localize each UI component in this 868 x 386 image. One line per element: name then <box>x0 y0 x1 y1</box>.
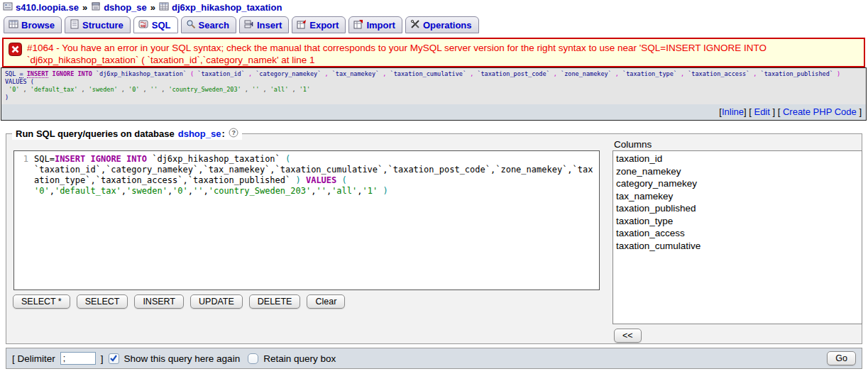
sql-token: 'country_Sweden_203' <box>209 186 312 196</box>
editor-line-number: 1 <box>14 154 28 164</box>
sql-token: 'default_tax' <box>55 186 121 196</box>
delimiter-label: [ Delimiter <box>12 353 55 364</box>
column-option[interactable]: taxation_id <box>613 153 862 165</box>
search-icon <box>186 19 196 31</box>
help-icon[interactable]: ? <box>229 128 238 140</box>
select-star-button[interactable]: SELECT * <box>13 294 70 309</box>
fieldset-legend: Run SQL query/queries on database dshop_… <box>12 128 242 140</box>
sql-token: 'sweden' <box>126 186 167 196</box>
sql-token <box>347 175 352 185</box>
column-option[interactable]: tax_namekey <box>613 190 862 203</box>
sql-preview-line: ) <box>5 94 862 101</box>
sql-token: ( <box>342 175 347 185</box>
sql-token: , <box>50 186 55 196</box>
error-icon <box>9 43 22 59</box>
sql-token: , <box>357 186 362 196</box>
select-button[interactable]: SELECT <box>77 294 128 309</box>
table-icon <box>159 1 169 13</box>
breadcrumb-separator: » <box>150 2 156 13</box>
sql-editor[interactable]: 1 SQL=INSERT IGNORE INTO `dj6xp_hikashop… <box>13 150 600 290</box>
sql-preview-line: '0' , 'default_tax' , 'sweden' , '0' , '… <box>5 86 862 94</box>
legend-colon: : <box>221 128 224 139</box>
tab-label: Structure <box>82 20 123 31</box>
structure-icon <box>70 19 79 31</box>
sql-token: '0' <box>34 186 50 196</box>
bracket: ] <box>857 106 862 117</box>
export-icon <box>297 19 307 31</box>
column-option[interactable]: category_namekey <box>613 177 862 190</box>
columns-listbox[interactable]: taxation_idzone_namekeycategory_namekeyt… <box>612 150 862 324</box>
sql-token: '' <box>316 186 326 196</box>
create-php-code-link[interactable]: Create PHP Code <box>783 106 857 117</box>
sql-preview-line: VALUES ( <box>5 78 862 86</box>
import-icon <box>353 19 363 31</box>
tab-structure[interactable]: Structure <box>65 16 131 33</box>
tab-sql[interactable]: sql SQL <box>133 16 178 33</box>
edit-link[interactable]: Edit <box>754 106 769 117</box>
sql-token: ) <box>383 186 388 196</box>
sql-token: 'all' <box>331 186 357 196</box>
bracket: ] [ <box>770 106 783 117</box>
tab-export[interactable]: Export <box>292 16 346 33</box>
column-option[interactable]: zone_namekey <box>613 165 862 178</box>
svg-text:sql: sql <box>141 23 146 28</box>
database-link[interactable]: dshop_se <box>178 128 221 139</box>
column-option[interactable]: taxation_published <box>613 202 862 215</box>
update-button[interactable]: UPDATE <box>190 294 243 309</box>
tab-search[interactable]: Search <box>181 16 236 33</box>
error-banner: #1064 - You have an error in your SQL sy… <box>2 38 865 67</box>
tab-label: Browse <box>21 20 55 31</box>
delete-button[interactable]: DELETE <box>249 294 301 309</box>
tab-insert[interactable]: Insert <box>239 16 289 33</box>
tab-label: Search <box>199 20 229 31</box>
sql-token <box>290 154 295 164</box>
insert-button[interactable]: INSERT <box>134 294 184 309</box>
query-footer: [ Delimiter ] Show this query here again… <box>6 348 862 369</box>
insert-column-button[interactable]: << <box>614 329 642 343</box>
retain-query-checkbox[interactable] <box>248 353 258 364</box>
sql-token: ) <box>295 175 300 185</box>
breadcrumb-database-link[interactable]: dshop_se <box>104 2 147 13</box>
sql-token: , <box>203 186 208 196</box>
sql-icon: sql <box>138 19 149 31</box>
insert-icon <box>244 19 254 31</box>
tab-label: Export <box>309 20 339 31</box>
clear-button[interactable]: Clear <box>307 294 345 309</box>
bracket: ] [ <box>744 106 754 117</box>
breadcrumb: s410.loopia.se » dshop_se » dj6xp_hikash… <box>3 1 282 13</box>
tab-import[interactable]: Import <box>348 16 402 33</box>
sql-token: , <box>121 186 126 196</box>
sql-token <box>336 175 341 185</box>
column-option[interactable]: taxation_cumulative <box>613 240 862 253</box>
svg-text:?: ? <box>231 129 236 136</box>
tab-label: Import <box>366 20 395 31</box>
breadcrumb-table-link[interactable]: dj6xp_hikashop_taxation <box>172 2 282 13</box>
tab-operations[interactable]: Operations <box>405 16 479 33</box>
operations-icon <box>410 19 420 31</box>
tab-label: Insert <box>257 20 282 31</box>
column-option[interactable]: taxation_type <box>613 215 862 228</box>
sql-token: '0' <box>172 186 188 196</box>
delimiter-input[interactable] <box>60 352 96 365</box>
sql-result-block: SQL = INSERT IGNORE INTO `dj6xp_hikashop… <box>1 67 867 121</box>
browse-icon <box>9 19 18 31</box>
inline-link[interactable]: Inline <box>722 106 744 117</box>
run-sql-fieldset: Run SQL query/queries on database dshop_… <box>6 133 862 344</box>
tab-browse[interactable]: Browse <box>4 16 62 33</box>
column-option[interactable]: taxation_access <box>613 227 862 240</box>
breadcrumb-separator: » <box>82 2 88 13</box>
sql-token: VALUES <box>306 175 336 185</box>
tab-label: SQL <box>152 20 171 31</box>
sql-token: SQL= <box>34 154 55 164</box>
sql-preview: SQL = INSERT IGNORE INTO `dj6xp_hikashop… <box>1 68 866 104</box>
breadcrumb-server-link[interactable]: s410.loopia.se <box>16 2 79 13</box>
query-template-buttons: SELECT * SELECT INSERT UPDATE DELETE Cle… <box>13 294 345 309</box>
sql-token: '1' <box>363 186 378 196</box>
show-query-label: Show this query here again <box>124 353 241 364</box>
retain-query-label: Retain query box <box>263 353 336 364</box>
show-query-checkbox[interactable] <box>109 353 119 364</box>
database-icon <box>91 1 101 13</box>
sql-token: , <box>188 186 193 196</box>
go-button[interactable]: Go <box>827 351 856 365</box>
inline-actions-bar: [Inline] [ Edit ] [ Create PHP Code ] <box>1 104 866 120</box>
